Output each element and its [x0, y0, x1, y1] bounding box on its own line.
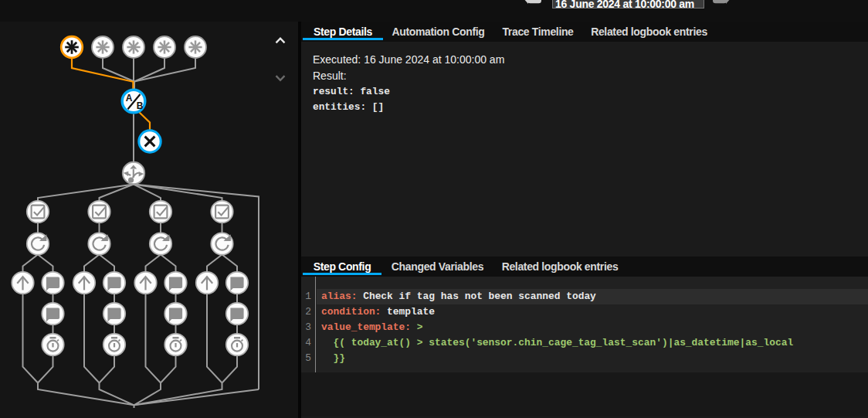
svg-text:B: B: [137, 100, 144, 111]
svg-text:A: A: [126, 93, 133, 104]
